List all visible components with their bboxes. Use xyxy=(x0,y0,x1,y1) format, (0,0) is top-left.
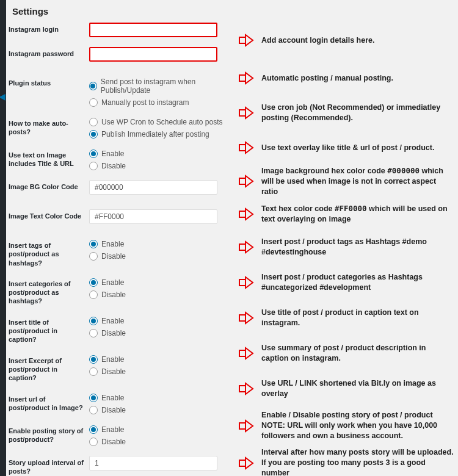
cats-disable-radio[interactable] xyxy=(89,290,98,299)
enable-label: Enable xyxy=(101,278,124,287)
story-enable-radio[interactable] xyxy=(89,425,98,434)
svg-rect-0 xyxy=(239,37,245,43)
disable-label: Disable xyxy=(101,252,126,261)
cats-enable-radio[interactable] xyxy=(89,278,98,287)
arrow-icon xyxy=(238,70,255,86)
instagram-password-input[interactable] xyxy=(89,47,217,62)
svg-rect-11 xyxy=(239,423,245,429)
instagram-password-label: Instagram password xyxy=(9,47,89,58)
autoposts-opt1-radio[interactable] xyxy=(89,118,98,126)
page-title: Settings xyxy=(12,6,233,16)
autoposts-opt2-radio[interactable] xyxy=(89,130,98,139)
note-bgcolor: Image background hex color code #000000 … xyxy=(261,166,454,197)
instagram-login-input[interactable] xyxy=(89,23,217,37)
arrow-icon xyxy=(238,239,255,255)
collapse-menu-icon[interactable]: ◀ xyxy=(0,92,5,101)
plugin-status-opt1-label: Send post to instagram when Publish/Upda… xyxy=(101,78,233,95)
excerpt-enable-radio[interactable] xyxy=(89,355,98,364)
disable-label: Disable xyxy=(101,290,126,299)
settings-form: Settings Instagram login Instagram passw… xyxy=(6,0,238,476)
excerpt-group: Enable Disable xyxy=(89,354,233,376)
instagram-login-label: Instagram login xyxy=(9,23,89,34)
url-image-label: Insert url of post/product in Image? xyxy=(9,392,89,413)
note-url-image: Use URL / LINK shortened via Bit.ly on i… xyxy=(261,378,454,399)
story-group: Enable Disable xyxy=(89,424,233,446)
arrow-icon xyxy=(238,455,255,471)
url-image-enable-radio[interactable] xyxy=(89,394,98,402)
note-text-on-image: Use text overlay like title & url of pos… xyxy=(261,143,454,153)
autoposts-label: How to make auto-posts? xyxy=(9,117,89,137)
note-code: #FF0000 xyxy=(335,204,367,213)
tags-label: Insert tags of post/product as hashtags? xyxy=(9,239,89,267)
url-image-group: Enable Disable xyxy=(89,392,233,414)
note-plugin-status: Automatic posting / manual posting. xyxy=(261,73,454,84)
note-textcolor: Text hex color code #FF0000 which will b… xyxy=(261,204,454,225)
svg-rect-5 xyxy=(239,211,245,217)
plugin-status-group: Send post to instagram when Publish/Upda… xyxy=(89,76,233,107)
autoposts-opt2-label: Publish Immediately after posting xyxy=(101,130,209,139)
annotation-column: Add account login details here. Automati… xyxy=(238,0,458,476)
disable-label: Disable xyxy=(101,162,126,170)
note-story: Enable / Disable posting story of post /… xyxy=(261,410,454,441)
arrow-icon xyxy=(238,173,255,189)
arrow-icon xyxy=(238,310,255,326)
bgcolor-input[interactable] xyxy=(89,180,217,195)
arrow-icon xyxy=(238,381,255,397)
textcolor-label: Image Text Color Code xyxy=(9,209,89,220)
svg-rect-9 xyxy=(239,350,245,356)
arrow-icon xyxy=(238,32,255,48)
arrow-icon xyxy=(238,345,255,361)
text-on-image-disable-radio[interactable] xyxy=(89,162,98,170)
tags-disable-radio[interactable] xyxy=(89,252,98,261)
enable-label: Enable xyxy=(101,425,124,434)
note-cats: Insert post / product categories as Hash… xyxy=(261,272,454,293)
tags-enable-radio[interactable] xyxy=(89,240,98,248)
plugin-status-opt2-radio[interactable] xyxy=(89,98,98,107)
title-caption-group: Enable Disable xyxy=(89,316,233,337)
textcolor-input[interactable] xyxy=(89,209,217,224)
enable-label: Enable xyxy=(101,317,124,325)
cats-group: Enable Disable xyxy=(89,277,233,299)
arrow-icon xyxy=(238,105,255,121)
svg-rect-4 xyxy=(239,178,245,184)
note-story-interval: Interval after how many posts story will… xyxy=(261,447,454,476)
enable-label: Enable xyxy=(101,355,124,364)
text-on-image-enable-radio[interactable] xyxy=(89,150,98,158)
note-excerpt: Use summary of post / product descriptio… xyxy=(261,343,454,364)
svg-rect-12 xyxy=(239,460,245,466)
note-tags: Insert post / product tags as Hashtags #… xyxy=(261,237,454,258)
svg-rect-1 xyxy=(239,75,245,81)
disable-label: Disable xyxy=(101,406,126,414)
svg-rect-10 xyxy=(239,386,245,392)
disable-label: Disable xyxy=(101,329,126,337)
note-title-caption: Use title of post / product in caption t… xyxy=(261,308,454,328)
arrow-icon xyxy=(238,418,255,434)
plugin-status-opt1-radio[interactable] xyxy=(89,82,97,90)
svg-rect-3 xyxy=(239,145,245,151)
svg-rect-8 xyxy=(239,315,245,321)
note-code: #000000 xyxy=(387,166,420,175)
enable-label: Enable xyxy=(101,394,124,402)
story-disable-radio[interactable] xyxy=(89,438,98,446)
title-caption-disable-radio[interactable] xyxy=(89,329,98,337)
note-part: Image background hex color code xyxy=(261,167,387,175)
story-label: Enable posting story of post/product? xyxy=(9,424,89,444)
arrow-icon xyxy=(238,275,255,290)
title-caption-enable-radio[interactable] xyxy=(89,317,98,325)
note-login: Add account login details here. xyxy=(261,35,454,46)
story-interval-input[interactable] xyxy=(89,456,217,471)
svg-rect-2 xyxy=(239,110,245,116)
wp-admin-sidebar: ◀ xyxy=(0,0,6,476)
note-part: Text hex color code xyxy=(261,204,335,213)
arrow-icon xyxy=(238,206,255,222)
story-interval-label: Story upload interval of posts? xyxy=(9,456,89,476)
excerpt-label: Insert Excerpt of post/product in captio… xyxy=(9,354,89,383)
excerpt-disable-radio[interactable] xyxy=(89,367,98,376)
url-image-disable-radio[interactable] xyxy=(89,406,98,414)
note-autoposts: Use cron job (Not Recommended) or immedi… xyxy=(261,103,454,123)
disable-label: Disable xyxy=(101,438,126,446)
enable-label: Enable xyxy=(101,240,124,248)
arrow-icon xyxy=(238,140,255,156)
plugin-status-opt2-label: Manually post to instagram xyxy=(101,98,189,107)
text-on-image-label: Use text on Image includes Title & URL xyxy=(9,148,89,168)
